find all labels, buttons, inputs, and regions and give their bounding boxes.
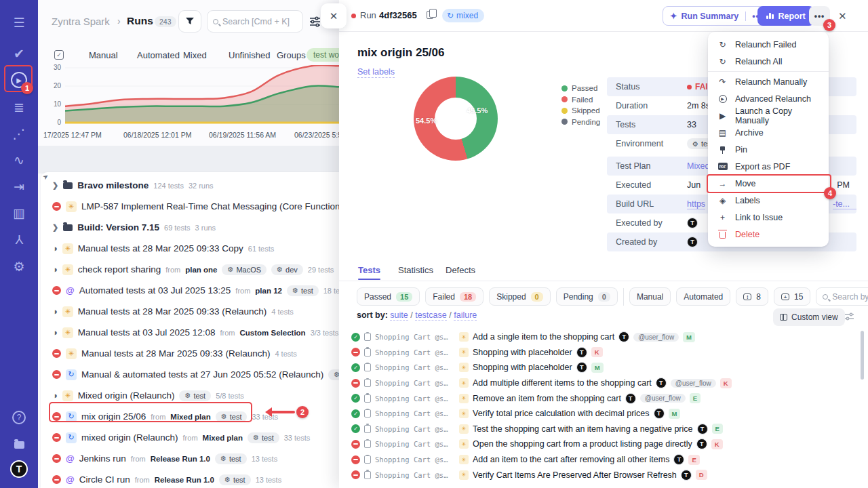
close-runs-panel-button[interactable]: ✕	[321, 3, 347, 28]
scrollbar-thumb[interactable]	[861, 331, 864, 380]
settings-gear-icon[interactable]: ⚙	[0, 256, 38, 277]
menu-item-export-as-pdf[interactable]: PDFExport as PDF	[708, 158, 829, 175]
run-row[interactable]: ❯Build: Version 7.1569 tests3 runs	[41, 217, 339, 238]
view-settings-icon[interactable]	[309, 16, 321, 30]
test-row[interactable]: Shopping Cart @s…✳Shopping with placehol…	[351, 345, 860, 361]
sort-suite[interactable]: suite	[390, 310, 408, 321]
run-row[interactable]: ↻mix origin 25/06fromMixed plan⚙test33 t…	[41, 406, 339, 427]
test-row[interactable]: ✓Shopping Cart @s…✳Shopping with placeho…	[351, 360, 860, 375]
test-row[interactable]: Shopping Cart @s…✳Verify Cart Items Are …	[351, 467, 860, 483]
plan-name[interactable]: Release Run 1.0	[151, 455, 210, 463]
test-row[interactable]: Shopping Cart @s…✳Add an item to the car…	[351, 452, 860, 468]
plan-name[interactable]: plan one	[185, 266, 217, 274]
menu-item-relaunch-all[interactable]: ↻Relaunch All	[708, 53, 829, 70]
run-row[interactable]: ↻Manual & automated tests at 27 Jun 2025…	[41, 364, 339, 385]
comment-exclaim-filter[interactable]: !8	[736, 287, 768, 306]
run-summary-button[interactable]: ✦Run Summary •••	[663, 6, 770, 26]
plan-name[interactable]: Custom Selection	[240, 329, 306, 337]
test-title[interactable]: Shopping with placeholder	[473, 363, 572, 372]
chevron-right-icon[interactable]: ❯	[52, 181, 58, 190]
breadcrumb-section[interactable]: Runs	[127, 15, 153, 27]
test-title[interactable]: Remove an item from the shopping cart	[473, 394, 621, 403]
check-icon[interactable]: ✔	[0, 43, 38, 64]
menu-item-relaunch-failed[interactable]: ↻Relaunch Failed	[708, 36, 829, 53]
tag-filter-pill[interactable]: test work	[307, 48, 339, 62]
plan-name[interactable]: Release Run 1.0	[155, 476, 214, 484]
runs-tab-automated[interactable]: Automated	[137, 50, 180, 60]
assignee-avatar[interactable]: T	[576, 347, 587, 358]
assignee-avatar[interactable]: T	[654, 408, 665, 419]
runs-tab-manual[interactable]: Manual	[89, 50, 118, 60]
user-avatar[interactable]: T	[687, 218, 698, 228]
menu-item-launch-a-copy-manually[interactable]: ▶Launch a Copy Manually	[708, 107, 829, 124]
analytics-icon[interactable]: ▥	[0, 203, 38, 223]
sort-failure[interactable]: failure	[454, 310, 477, 321]
menu-item-link-to-issue[interactable]: +Link to Issue	[708, 209, 829, 226]
test-row[interactable]: ✓Shopping Cart @s…✳Test the shopping car…	[351, 422, 860, 437]
assignee-avatar[interactable]: T	[673, 454, 684, 465]
sort-testcase[interactable]: testcase	[415, 310, 447, 321]
user-avatar[interactable]: T	[10, 460, 28, 478]
menu-item-delete[interactable]: Delete	[708, 226, 829, 243]
projects-folder-icon[interactable]	[0, 434, 38, 455]
run-row[interactable]: ◑✳Manual tests at 28 Mar 2025 09:33 Copy…	[41, 238, 339, 259]
menu-item-labels[interactable]: ◈Labels	[708, 192, 829, 209]
run-row[interactable]: ◑✳Manual tests at 28 Mar 2025 09:33 (Rel…	[41, 301, 339, 322]
runs-tab-mixed[interactable]: Mixed	[183, 50, 207, 60]
search-input[interactable]: Search [Cmd + K]	[207, 10, 303, 33]
assignee-avatar[interactable]: T	[697, 424, 708, 434]
test-row[interactable]: ✓Shopping Cart @s…✳Add a single item to …	[351, 329, 860, 345]
pulse-icon[interactable]: ∿	[0, 150, 38, 170]
assignee-avatar[interactable]: T	[618, 331, 629, 342]
menu-item-pin[interactable]: Pin	[708, 141, 829, 158]
set-labels-link[interactable]: Set labels	[357, 67, 395, 78]
run-row[interactable]: ✳LMP-587 Implement Real-Time Chat Messag…	[41, 196, 339, 217]
run-row[interactable]: @Jenkins runfromRelease Run 1.0⚙test13 t…	[41, 448, 339, 469]
detail-tab-defects[interactable]: Defects	[446, 265, 475, 275]
test-title[interactable]: Verify total price calculation with deci…	[473, 409, 650, 418]
test-title[interactable]: Shopping with placeholder	[473, 348, 572, 357]
branch-icon[interactable]: Y	[0, 229, 38, 249]
user-avatar[interactable]: T	[687, 237, 698, 247]
test-row[interactable]: ✓Shopping Cart @s…✳Remove an item from t…	[351, 390, 860, 406]
assignee-avatar[interactable]: T	[696, 439, 707, 449]
menu-item-archive[interactable]: ▤Archive	[708, 124, 829, 141]
filter-button[interactable]	[178, 10, 201, 33]
filter-passed[interactable]: Passed15	[357, 287, 420, 306]
test-title[interactable]: Test the shopping cart with an item havi…	[473, 424, 693, 434]
menu-icon[interactable]: ☰	[0, 12, 38, 33]
assignee-avatar[interactable]: T	[625, 393, 636, 404]
plan-name[interactable]: plan 12	[255, 287, 282, 295]
test-row[interactable]: Shopping Cart @s…✳Add multiple different…	[351, 375, 860, 391]
filter-manual[interactable]: Manual	[629, 287, 671, 306]
menu-item-move[interactable]: →Move4	[708, 175, 829, 192]
column-settings-icon[interactable]	[844, 312, 854, 324]
steps-icon[interactable]: ⋰	[0, 123, 38, 144]
runs-tab-groups[interactable]: Groups	[277, 50, 306, 60]
build-url-end[interactable]: -te...	[833, 199, 856, 209]
test-title[interactable]: Add an item to the cart after removing a…	[473, 455, 669, 464]
run-row[interactable]: ↻mixed origin (Relaunch)fromMixed plan⚙t…	[41, 427, 339, 448]
close-panel-icon[interactable]: ✕	[838, 10, 847, 22]
run-row[interactable]: ◑✳check report sharingfromplan one⚙MacOS…	[41, 259, 339, 280]
assignee-avatar[interactable]: T	[576, 362, 587, 373]
run-row[interactable]: ◑✳Manual tests at 03 Jul 2025 12:08fromC…	[41, 322, 339, 343]
filter-failed[interactable]: Failed18	[425, 287, 484, 306]
filter-pending[interactable]: Pending0	[556, 287, 618, 306]
run-row[interactable]: @Circle CI runfromRelease Run 1.0⚙test13…	[41, 469, 339, 488]
help-icon[interactable]: ?	[0, 407, 38, 428]
detail-tab-statistics[interactable]: Statistics	[398, 265, 433, 275]
chevron-right-icon[interactable]: ❯	[52, 223, 58, 232]
filter-automated[interactable]: Automated	[676, 287, 730, 306]
test-title[interactable]: Add multiple different items to the shop…	[473, 378, 652, 388]
custom-view-button[interactable]: Custom view	[773, 308, 845, 326]
report-button[interactable]: Report	[757, 6, 814, 26]
import-icon[interactable]: ⇥	[0, 176, 38, 197]
filter-skipped[interactable]: Skipped0	[489, 287, 551, 306]
comment-plus-filter[interactable]: +15	[774, 287, 810, 306]
test-search-input[interactable]: Search by titl	[816, 287, 868, 306]
run-row[interactable]: ✳Manual tests at 28 Mar 2025 09:33 (Rela…	[41, 343, 339, 364]
select-checkbox-icon[interactable]: ✓	[54, 50, 64, 60]
run-row[interactable]: ❯Bravo milestone124 tests32 runs	[41, 175, 339, 196]
breadcrumb-app[interactable]: Zyntra Spark	[52, 16, 110, 27]
